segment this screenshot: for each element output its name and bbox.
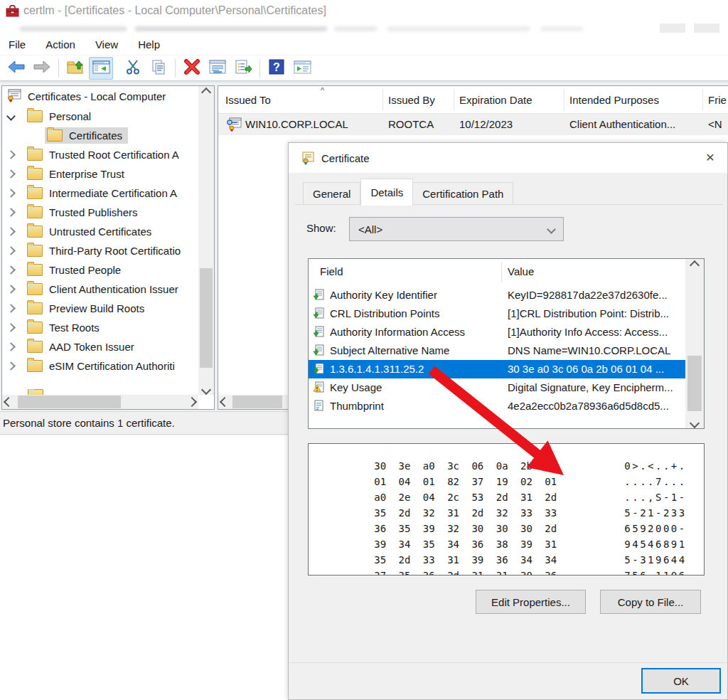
column-issued-to[interactable]: Issued To (225, 94, 271, 106)
copy-to-file-button[interactable]: Copy to File... (600, 590, 701, 614)
ok-button[interactable]: OK (641, 668, 721, 694)
scroll-down-icon[interactable] (201, 385, 211, 395)
tree-chevron-icon[interactable] (8, 113, 25, 120)
forward-button[interactable] (30, 57, 54, 80)
tree-item[interactable]: Client Authentication Issuer (2, 280, 198, 299)
delete-button[interactable] (180, 57, 204, 80)
tree-chevron-icon[interactable] (8, 267, 25, 273)
hex-bytes: 39 34 35 34 36 38 39 31 (374, 539, 624, 550)
tree-chevron-icon[interactable] (8, 286, 25, 292)
cut-button[interactable] (121, 57, 145, 80)
field-list-scrollbar[interactable] (685, 259, 704, 428)
copy-button[interactable] (146, 57, 171, 80)
tree-chevron-icon[interactable] (8, 190, 25, 196)
tree-chevron-icon[interactable] (28, 132, 45, 139)
field-row[interactable]: Key Usage Digital Signature, Key Enciphe… (309, 378, 687, 397)
column-divider[interactable] (564, 89, 564, 110)
properties-button[interactable] (205, 57, 230, 80)
field-row[interactable]: 1.3.6.1.4.1.311.25.2 30 3e a0 3c 06 0a 2… (309, 360, 687, 378)
tree-item[interactable]: Untrusted Certificates (2, 222, 198, 241)
tree-chevron-icon[interactable] (8, 171, 25, 177)
menu-file[interactable]: File (0, 38, 36, 51)
tree-item-label: Preview Build Roots (49, 302, 144, 314)
field-row[interactable]: Authority Key Identifier KeyID=928817da2… (309, 286, 687, 304)
tree-horizontal-scrollbar[interactable] (2, 395, 198, 409)
show-dropdown[interactable]: <All> (349, 217, 564, 241)
scroll-down-icon[interactable] (690, 418, 700, 428)
tab-general[interactable]: General (303, 182, 360, 205)
cell-expiration-date: 10/12/2023 (459, 118, 513, 130)
column-issued-by[interactable]: Issued By (388, 94, 435, 106)
toolbar-separator (259, 59, 260, 78)
close-icon[interactable]: × (697, 146, 723, 169)
tree-item[interactable]: Enterprise Trust (2, 164, 198, 184)
edit-properties-button[interactable]: Edit Properties... (476, 590, 586, 614)
help-button[interactable]: ? (264, 57, 289, 80)
new-window-button[interactable] (290, 57, 314, 80)
tab-certification-path[interactable]: Certification Path (413, 182, 513, 205)
tree-item[interactable]: Trusted Publishers (2, 203, 198, 222)
scrollbar-thumb[interactable] (687, 356, 702, 411)
tree-item[interactable]: Personal (2, 107, 198, 126)
hex-bytes: a0 2e 04 2c 53 2d 31 2d (374, 492, 624, 503)
certificate-row[interactable]: WIN10.CORP.LOCAL ROOTCA 10/12/2023 Clien… (218, 114, 728, 135)
show-console-tree-button[interactable] (89, 57, 113, 80)
scroll-up-icon[interactable] (201, 88, 211, 97)
column-divider[interactable] (382, 89, 383, 110)
menu-view[interactable]: View (85, 38, 128, 51)
scroll-left-icon[interactable] (4, 397, 14, 407)
artifact-smudge (387, 26, 530, 31)
back-button[interactable] (4, 57, 28, 80)
tree-root-label: Certificates - Local Computer (28, 90, 166, 102)
export-list-icon (235, 60, 252, 77)
folder-icon (27, 110, 43, 122)
menu-action[interactable]: Action (36, 38, 85, 51)
tree-item-label: Intermediate Certification A (49, 187, 177, 199)
column-intended-purposes[interactable]: Intended Purposes (569, 94, 659, 106)
tree-chevron-icon[interactable] (8, 344, 25, 350)
tree-chevron-icon[interactable] (8, 305, 25, 312)
extension-icon (313, 344, 325, 359)
export-list-button[interactable] (231, 57, 255, 80)
hex-bytes: 37 35 36 2d 31 31 30 36 (374, 570, 624, 576)
field-row[interactable]: Thumbprint 4e2a2ecc0b2a78936a6d5d8cd5... (309, 397, 687, 415)
column-friendly-name[interactable]: Frie (708, 94, 727, 106)
scrollbar-thumb[interactable] (200, 268, 213, 368)
tree-item[interactable]: eSIM Certification Authoriti (2, 356, 198, 376)
tree-chevron-icon[interactable] (8, 209, 25, 216)
scroll-left-icon[interactable] (220, 397, 230, 407)
tree-chevron-icon[interactable] (8, 363, 25, 369)
tree-item[interactable]: Trusted People (2, 260, 198, 280)
tab-details[interactable]: Details (360, 179, 413, 206)
dialog-title-bar: Certificate × (289, 143, 727, 173)
blurred-artifact-strip (0, 23, 728, 33)
tree-item[interactable]: Third-Party Root Certificatio (2, 241, 198, 260)
list-header: ^ Issued To Issued By Expiration Date In… (218, 86, 728, 114)
tree-item[interactable]: Intermediate Certification A (2, 184, 198, 203)
tree-chevron-icon[interactable] (8, 324, 25, 331)
column-divider[interactable] (702, 89, 703, 110)
tree-item[interactable]: Trusted Root Certification A (2, 145, 198, 164)
column-expiration-date[interactable]: Expiration Date (459, 94, 532, 106)
tree-vertical-scrollbar[interactable] (198, 86, 214, 395)
up-one-level-button[interactable] (63, 57, 87, 80)
tree-chevron-icon[interactable] (8, 248, 25, 254)
tree-chevron-icon[interactable] (8, 152, 25, 158)
tree-chevron-icon[interactable] (8, 228, 25, 235)
folder-icon (27, 341, 43, 353)
scrollbar-thumb[interactable] (232, 396, 282, 408)
tree-root-certificates-local-computer[interactable]: Certificates - Local Computer (2, 86, 198, 107)
column-divider[interactable] (454, 89, 454, 110)
scrollbar-thumb[interactable] (18, 396, 121, 408)
tree-item[interactable]: Test Roots (2, 318, 198, 337)
menu-help[interactable]: Help (128, 38, 170, 51)
field-row[interactable]: CRL Distribution Points [1]CRL Distribut… (309, 304, 687, 323)
tree-item[interactable]: AAD Token Issuer (2, 337, 198, 356)
scroll-up-icon[interactable] (690, 260, 700, 270)
field-row[interactable]: Authority Information Access [1]Authorit… (309, 323, 687, 341)
tree-item[interactable]: Preview Build Roots (2, 299, 198, 318)
list-horizontal-scrollbar[interactable] (218, 395, 289, 409)
scroll-right-icon[interactable] (187, 397, 197, 407)
tree-item[interactable]: Certificates (2, 126, 198, 145)
field-row[interactable]: Subject Alternative Name DNS Name=WIN10.… (309, 341, 687, 360)
